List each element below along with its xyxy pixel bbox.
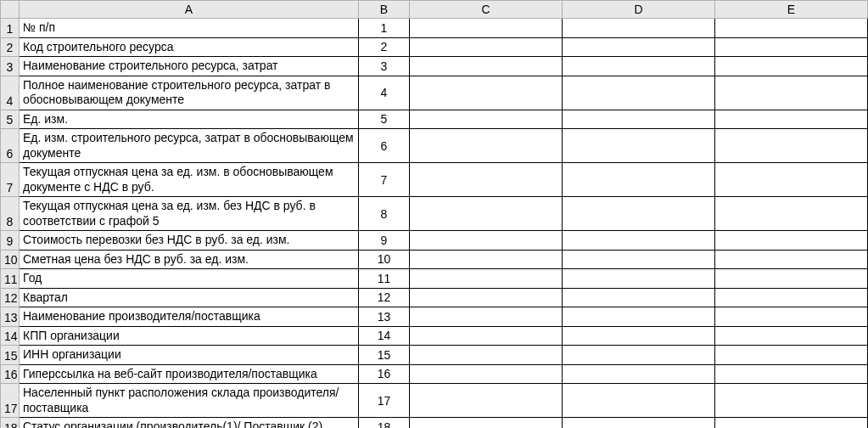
cell-e[interactable] bbox=[715, 346, 868, 365]
cell-e[interactable] bbox=[715, 269, 868, 289]
column-header-e[interactable]: E bbox=[715, 1, 868, 19]
cell-c[interactable] bbox=[410, 19, 563, 38]
cell-e[interactable] bbox=[715, 250, 868, 269]
row-header[interactable]: 15 bbox=[1, 346, 20, 365]
cell-b[interactable]: 10 bbox=[359, 250, 410, 269]
column-header-b[interactable]: B bbox=[359, 1, 410, 19]
cell-c[interactable] bbox=[410, 384, 563, 418]
cell-d[interactable] bbox=[563, 288, 715, 307]
row-header[interactable]: 18 bbox=[1, 418, 20, 429]
cell-a[interactable]: Ед. изм. bbox=[20, 110, 359, 129]
cell-c[interactable] bbox=[410, 326, 563, 346]
cell-b[interactable]: 17 bbox=[359, 384, 410, 418]
cell-d[interactable] bbox=[563, 364, 715, 384]
cell-d[interactable] bbox=[563, 110, 715, 129]
cell-d[interactable] bbox=[563, 19, 715, 38]
row-header[interactable]: 10 bbox=[1, 250, 20, 269]
cell-d[interactable] bbox=[563, 129, 715, 163]
cell-a[interactable]: Полное наименование строительного ресурс… bbox=[20, 76, 359, 110]
cell-a[interactable]: Текущая отпускная цена за ед. изм. в обо… bbox=[20, 163, 359, 197]
column-header-c[interactable]: C bbox=[410, 1, 563, 19]
cell-a[interactable]: Статус организации (производитель(1)/ По… bbox=[20, 418, 359, 429]
cell-c[interactable] bbox=[410, 76, 563, 110]
cell-a[interactable]: № п/п bbox=[20, 19, 359, 38]
cell-e[interactable] bbox=[715, 129, 868, 163]
cell-b[interactable]: 1 bbox=[359, 19, 410, 38]
row-header[interactable]: 17 bbox=[1, 384, 20, 418]
column-header-d[interactable]: D bbox=[563, 1, 715, 19]
cell-c[interactable] bbox=[410, 269, 563, 289]
cell-e[interactable] bbox=[715, 163, 868, 197]
cell-a[interactable]: ИНН организации bbox=[20, 346, 359, 365]
row-header[interactable]: 8 bbox=[1, 197, 20, 231]
cell-b[interactable]: 4 bbox=[359, 76, 410, 110]
cell-e[interactable] bbox=[715, 197, 868, 231]
cell-d[interactable] bbox=[563, 163, 715, 197]
cell-b[interactable]: 14 bbox=[359, 326, 410, 346]
cell-b[interactable]: 9 bbox=[359, 231, 410, 251]
cell-c[interactable] bbox=[410, 250, 563, 269]
column-header-a[interactable]: A bbox=[20, 1, 359, 19]
cell-c[interactable] bbox=[410, 129, 563, 163]
cell-d[interactable] bbox=[563, 307, 715, 327]
cell-d[interactable] bbox=[563, 197, 715, 231]
cell-b[interactable]: 15 bbox=[359, 346, 410, 365]
cell-a[interactable]: Наименование производителя/поставщика bbox=[20, 307, 359, 327]
cell-b[interactable]: 5 bbox=[359, 110, 410, 129]
row-header[interactable]: 3 bbox=[1, 57, 20, 76]
row-header[interactable]: 5 bbox=[1, 110, 20, 129]
cell-b[interactable]: 3 bbox=[359, 57, 410, 76]
row-header[interactable]: 11 bbox=[1, 269, 20, 289]
cell-d[interactable] bbox=[563, 231, 715, 251]
cell-c[interactable] bbox=[410, 57, 563, 76]
cell-e[interactable] bbox=[715, 326, 868, 346]
cell-c[interactable] bbox=[410, 288, 563, 307]
cell-c[interactable] bbox=[410, 110, 563, 129]
cell-e[interactable] bbox=[715, 418, 868, 429]
cell-d[interactable] bbox=[563, 418, 715, 429]
cell-c[interactable] bbox=[410, 37, 563, 57]
cell-d[interactable] bbox=[563, 384, 715, 418]
row-header[interactable]: 1 bbox=[1, 19, 20, 38]
row-header[interactable]: 12 bbox=[1, 288, 20, 307]
cell-e[interactable] bbox=[715, 37, 868, 57]
spreadsheet-grid[interactable]: A B C D E 1№ п/п12Код строительного ресу… bbox=[0, 0, 868, 428]
cell-d[interactable] bbox=[563, 76, 715, 110]
cell-a[interactable]: Квартал bbox=[20, 288, 359, 307]
cell-e[interactable] bbox=[715, 231, 868, 251]
cell-b[interactable]: 13 bbox=[359, 307, 410, 327]
cell-b[interactable]: 7 bbox=[359, 163, 410, 197]
row-header[interactable]: 2 bbox=[1, 37, 20, 57]
cell-d[interactable] bbox=[563, 250, 715, 269]
cell-e[interactable] bbox=[715, 76, 868, 110]
cell-a[interactable]: Сметная цена без НДС в руб. за ед. изм. bbox=[20, 250, 359, 269]
cell-a[interactable]: Наименование строительного ресурса, затр… bbox=[20, 57, 359, 76]
cell-e[interactable] bbox=[715, 110, 868, 129]
cell-e[interactable] bbox=[715, 307, 868, 327]
select-all-corner[interactable] bbox=[1, 1, 20, 19]
cell-a[interactable]: Год bbox=[20, 269, 359, 289]
cell-b[interactable]: 6 bbox=[359, 129, 410, 163]
cell-d[interactable] bbox=[563, 346, 715, 365]
cell-a[interactable]: КПП организации bbox=[20, 326, 359, 346]
cell-d[interactable] bbox=[563, 269, 715, 289]
cell-b[interactable]: 11 bbox=[359, 269, 410, 289]
row-header[interactable]: 14 bbox=[1, 326, 20, 346]
cell-c[interactable] bbox=[410, 364, 563, 384]
cell-a[interactable]: Ед. изм. строительного ресурса, затрат в… bbox=[20, 129, 359, 163]
cell-e[interactable] bbox=[715, 19, 868, 38]
cell-b[interactable]: 8 bbox=[359, 197, 410, 231]
cell-b[interactable]: 2 bbox=[359, 37, 410, 57]
row-header[interactable]: 9 bbox=[1, 231, 20, 251]
cell-c[interactable] bbox=[410, 346, 563, 365]
cell-c[interactable] bbox=[410, 197, 563, 231]
cell-d[interactable] bbox=[563, 326, 715, 346]
row-header[interactable]: 13 bbox=[1, 307, 20, 327]
cell-c[interactable] bbox=[410, 307, 563, 327]
cell-c[interactable] bbox=[410, 163, 563, 197]
cell-e[interactable] bbox=[715, 364, 868, 384]
cell-e[interactable] bbox=[715, 384, 868, 418]
cell-b[interactable]: 16 bbox=[359, 364, 410, 384]
cell-c[interactable] bbox=[410, 231, 563, 251]
cell-e[interactable] bbox=[715, 288, 868, 307]
